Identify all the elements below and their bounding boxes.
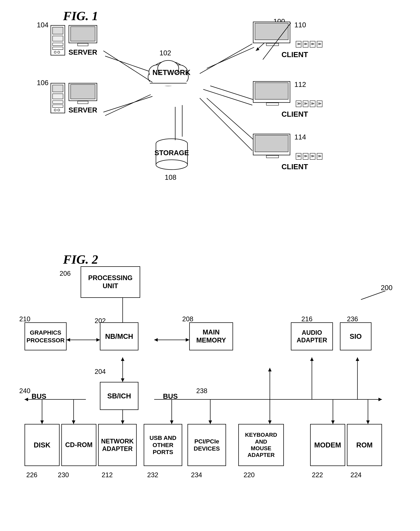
svg-marker-111 — [310, 357, 314, 361]
ref-236: 236 — [347, 315, 358, 323]
server-104-group: 104 — [37, 21, 48, 29]
svg-text:≫: ≫ — [311, 42, 315, 46]
fig1-title: FIG. 1 — [63, 9, 98, 23]
svg-rect-42 — [255, 23, 288, 40]
cd-rom-label: CD-ROM — [65, 441, 92, 449]
storage-label: STORAGE — [154, 149, 189, 157]
modem-label: MODEM — [314, 441, 341, 449]
svg-marker-103 — [170, 420, 173, 424]
svg-line-80 — [200, 98, 252, 151]
ref-110: 110 — [294, 21, 306, 29]
usb-ports-label: USB ANDOTHERPORTS — [150, 434, 177, 456]
svg-text:≫: ≫ — [311, 154, 315, 158]
network-group: NETWORK 102 — [144, 56, 193, 95]
svg-rect-9 — [53, 27, 63, 34]
svg-point-24 — [58, 109, 60, 111]
network-adapter-label: NETWORKADAPTER — [101, 437, 134, 453]
svg-text:≫: ≫ — [297, 42, 301, 46]
sb-ich-box: SB/ICH — [100, 382, 138, 410]
rom-box: ROM — [347, 424, 382, 466]
svg-rect-22 — [53, 105, 63, 107]
client-114-svg — [252, 133, 294, 161]
svg-marker-91 — [121, 378, 124, 382]
svg-marker-101 — [121, 420, 124, 424]
svg-marker-105 — [209, 420, 212, 424]
network-adapter-box: NETWORKADAPTER — [98, 424, 137, 466]
usb-ports-box: USB ANDOTHERPORTS — [144, 424, 182, 466]
client-112-keyboard: ≫ ≫ ≫ ≫ — [295, 100, 337, 109]
audio-adapter-box: AUDIOADAPTER — [291, 322, 333, 350]
server-104-label: SERVER — [69, 48, 97, 56]
ref-106: 106 — [37, 79, 48, 87]
svg-rect-20 — [53, 94, 63, 99]
ref-216: 216 — [301, 315, 312, 323]
server-tower-104 — [49, 25, 67, 59]
svg-marker-90 — [121, 357, 124, 361]
svg-marker-109 — [268, 420, 271, 424]
svg-marker-84 — [67, 338, 70, 342]
svg-marker-85 — [96, 338, 100, 342]
svg-rect-27 — [78, 101, 88, 104]
fig2-container: FIG. 2 200 — [14, 249, 406, 524]
svg-marker-99 — [72, 420, 75, 424]
ref-208: 208 — [182, 315, 193, 323]
nb-mch-label: NB/MCH — [105, 332, 133, 340]
svg-text:≫: ≫ — [311, 101, 315, 106]
svg-rect-53 — [255, 83, 288, 99]
bus-240-label: BUS — [31, 392, 46, 400]
ref-204: 204 — [95, 368, 106, 375]
client-110-label: CLIENT — [252, 50, 337, 59]
svg-rect-21 — [53, 101, 63, 103]
network-label: NETWORK — [152, 68, 184, 77]
svg-text:≫: ≫ — [303, 101, 308, 106]
storage-group: STORAGE 108 — [154, 137, 189, 172]
svg-rect-12 — [53, 47, 63, 50]
svg-line-7 — [207, 98, 254, 140]
client-112-label: CLIENT — [252, 110, 337, 118]
fig2-arrows — [14, 249, 406, 524]
graphics-processor-box: GRAPHICSPROCESSOR — [25, 322, 67, 350]
svg-line-5 — [207, 47, 254, 68]
disk-box: DISK — [25, 424, 60, 466]
svg-rect-16 — [71, 27, 95, 41]
svg-text:≫: ≫ — [297, 101, 301, 106]
ref-112: 112 — [294, 81, 306, 88]
svg-rect-26 — [71, 84, 95, 99]
graphics-processor-label: GRAPHICSPROCESSOR — [27, 329, 64, 344]
server-tower-106 — [49, 82, 67, 117]
rom-label: ROM — [356, 441, 373, 449]
svg-rect-43 — [266, 43, 279, 46]
ref-226: 226 — [26, 471, 37, 479]
ref-200: 200 — [381, 284, 392, 292]
client-114-keyboard: ≫ ≫ ≫ ≫ — [295, 152, 337, 161]
svg-line-79 — [203, 89, 252, 105]
svg-text:≫: ≫ — [317, 101, 322, 106]
server-106-label: SERVER — [69, 106, 97, 114]
svg-marker-117 — [366, 420, 370, 424]
client-114-label: CLIENT — [252, 162, 337, 171]
pci-devices-box: PCI/PCIeDEVICES — [187, 424, 226, 466]
audio-adapter-label: AUDIOADAPTER — [297, 329, 327, 344]
server-monitor-106 — [68, 82, 98, 105]
ref-224: 224 — [350, 471, 361, 479]
server-106-group: 106 — [37, 79, 48, 87]
pci-devices-label: PCI/PCIeDEVICES — [194, 438, 220, 452]
fig2-title: FIG. 2 — [63, 252, 98, 267]
ref-230: 230 — [58, 471, 69, 479]
server-monitor-104 — [68, 25, 98, 47]
svg-line-78 — [200, 44, 252, 74]
svg-marker-113 — [356, 357, 359, 361]
svg-line-81 — [361, 291, 386, 300]
client-110-group: 110 ≫ ≫ ≫ ≫ CLIENT — [252, 21, 337, 59]
main-memory-label: MAINMEMORY — [196, 328, 226, 344]
keyboard-adapter-box: KEYBOARDANDMOUSEADAPTER — [238, 424, 284, 466]
svg-rect-19 — [53, 85, 63, 92]
server-104-icon: SERVER — [49, 25, 98, 59]
svg-point-23 — [54, 109, 56, 111]
svg-text:≫: ≫ — [317, 42, 322, 46]
sio-label: SIO — [350, 332, 362, 340]
bus-238-label: BUS — [163, 392, 178, 400]
svg-text:≫: ≫ — [303, 154, 308, 158]
svg-point-40 — [156, 160, 187, 170]
ref-232: 232 — [147, 471, 158, 479]
